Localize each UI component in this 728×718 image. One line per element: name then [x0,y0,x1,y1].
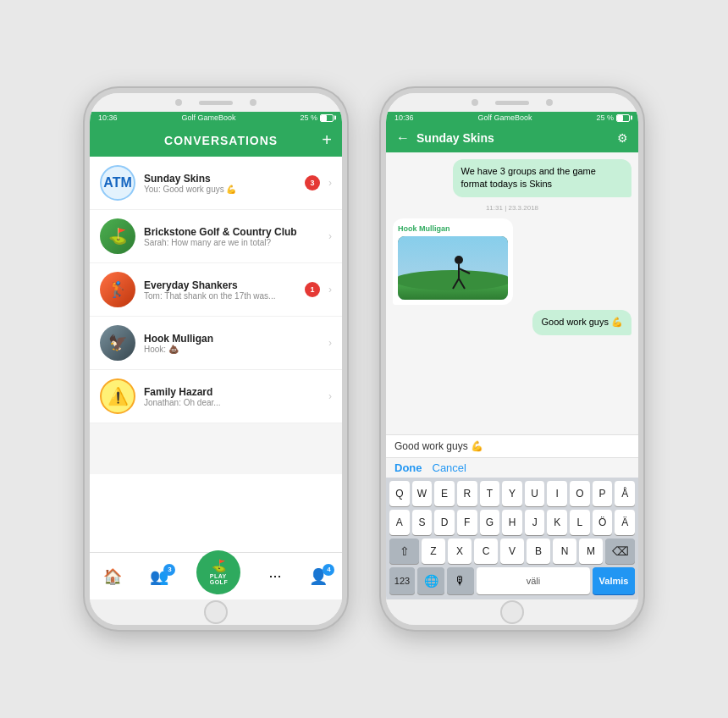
chevron-hook: › [328,337,332,349]
nav-profile[interactable]: 👤 4 [309,567,328,586]
key-z[interactable]: Z [422,538,445,564]
conversation-item-sunday-skins[interactable]: ATM Sunday Skins You: Good work guys 💪 3… [90,157,342,210]
empty-space [90,423,342,474]
left-screen: 10:36 Golf GameBook 25 % CONVERSATIONS +… [90,112,342,599]
key-shift[interactable]: ⇧ [389,538,419,564]
conv-badge-sunday-skins: 3 [305,175,320,191]
svg-point-3 [455,256,463,264]
add-conversation-button[interactable]: + [322,130,332,150]
nav-home[interactable]: 🏠 [103,567,122,586]
key-backspace[interactable]: ⌫ [605,538,635,564]
key-globe[interactable]: 🌐 [417,567,444,594]
key-x[interactable]: X [448,538,472,564]
status-time-right: 10:36 [394,113,414,122]
conv-preview-sunday-skins: You: Good work guys 💪 [144,185,296,194]
chat-title: Sunday Skins [416,131,610,145]
home-button-left[interactable] [204,600,228,624]
key-c[interactable]: C [474,538,498,564]
left-phone: 10:36 Golf GameBook 25 % CONVERSATIONS +… [85,88,347,630]
golf-icon: ⛳ [212,559,227,572]
message-sender: Hook Mulligan [398,224,508,235]
chevron-shankers: › [328,284,332,295]
key-mic[interactable]: 🎙 [447,567,474,594]
key-oo[interactable]: Ö [593,510,613,535]
conv-info-hazard: Family Hazard Jonathan: Oh dear... [144,386,320,407]
key-t[interactable]: T [480,481,500,506]
avatar-hazard: ⚠️ [100,378,135,414]
message-bubble-sent-2: Good work guys 💪 [532,310,631,334]
message-input[interactable] [394,440,630,452]
done-button[interactable]: Done [394,461,422,474]
key-d[interactable]: D [434,510,455,535]
keyboard-row-2: A S D F G H J K L Ö Ä [389,510,635,535]
key-p[interactable]: P [593,481,613,506]
conv-preview-shankers: Tom: That shank on the 17th was... [144,291,296,301]
keyboard-row-1: Q W E R T Y U I O P Å [389,481,635,506]
key-aa[interactable]: Å [615,481,635,506]
key-i[interactable]: I [547,481,567,506]
key-g[interactable]: G [480,510,500,535]
key-e[interactable]: E [434,481,455,506]
message-text-sent-1: We have 3 groups and the game format tod… [461,166,596,189]
message-bubble-received-1: Hook Mulligan [393,218,513,306]
conversation-list: ATM Sunday Skins You: Good work guys 💪 3… [90,157,342,552]
conv-info-shankers: Everyday Shankers Tom: That shank on the… [144,279,296,301]
key-r[interactable]: R [457,481,477,506]
key-q[interactable]: Q [389,481,410,506]
conversation-item-brickstone[interactable]: ⛳ Brickstone Golf & Country Club Sarah: … [90,210,342,263]
camera2-right [546,99,553,106]
key-j[interactable]: J [525,510,545,535]
key-123[interactable]: 123 [389,567,415,594]
key-f[interactable]: F [457,510,477,535]
conv-name-hook: Hook Mulligan [144,333,320,345]
battery-icon-right [616,114,630,122]
keyboard-bottom-row: 123 🌐 🎙 väli Valmis [389,567,635,594]
key-w[interactable]: W [412,481,433,506]
home-button-right[interactable] [500,600,524,624]
bottom-nav-left: 🏠 👥 3 ⛳ PLAYGOLF ··· 👤 4 [90,552,342,599]
message-text-sent-2: Good work guys 💪 [541,317,623,327]
settings-icon[interactable]: ⚙ [617,131,628,145]
conversation-item-shankers[interactable]: 🏌 Everyday Shankers Tom: That shank on t… [90,263,342,317]
avatar-sunday-skins: ATM [100,165,135,201]
play-golf-label: PLAYGOLF [210,573,228,585]
key-o[interactable]: O [570,481,590,506]
done-cancel-row: Done Cancel [386,457,638,478]
chat-body: We have 3 groups and the game format tod… [386,152,638,434]
key-k[interactable]: K [547,510,567,535]
phone-bottom-left [90,599,342,625]
battery-right: 25 % [596,113,630,122]
speaker-left [199,101,233,105]
status-center-left: Golf GameBook [181,113,235,122]
key-b[interactable]: B [527,538,550,564]
key-a[interactable]: A [389,510,410,535]
key-u[interactable]: U [525,481,545,506]
right-phone: 10:36 Golf GameBook 25 % ← Sunday Skins … [381,88,643,630]
key-space[interactable]: väli [477,567,590,594]
play-golf-button[interactable]: ⛳ PLAYGOLF [196,550,240,594]
nav-people[interactable]: 👥 3 [150,567,168,586]
conv-info-sunday-skins: Sunday Skins You: Good work guys 💪 [144,173,296,194]
status-bar-right: 10:36 Golf GameBook 25 % [386,112,638,124]
key-n[interactable]: N [553,538,576,564]
key-s[interactable]: S [412,510,433,535]
key-y[interactable]: Y [502,481,522,506]
key-m[interactable]: M [579,538,603,564]
key-ae[interactable]: Ä [615,510,635,535]
conversation-item-hazard[interactable]: ⚠️ Family Hazard Jonathan: Oh dear... › [90,370,342,423]
key-h[interactable]: H [502,510,522,535]
nav-dots[interactable]: ··· [268,567,281,585]
avatar-hook: 🦅 [100,325,135,361]
conversation-item-hook[interactable]: 🦅 Hook Mulligan Hook: 💩 › [90,317,342,370]
key-l[interactable]: L [570,510,590,535]
profile-badge: 4 [323,564,334,576]
camera-right [472,99,478,106]
camera2-left [250,99,256,106]
cancel-button[interactable]: Cancel [433,461,466,474]
chevron-hazard: › [328,390,332,402]
key-return[interactable]: Valmis [593,567,635,594]
back-button[interactable]: ← [396,130,410,146]
key-v[interactable]: V [500,538,524,564]
conv-name-shankers: Everyday Shankers [144,279,296,291]
conv-preview-hazard: Jonathan: Oh dear... [144,398,320,407]
